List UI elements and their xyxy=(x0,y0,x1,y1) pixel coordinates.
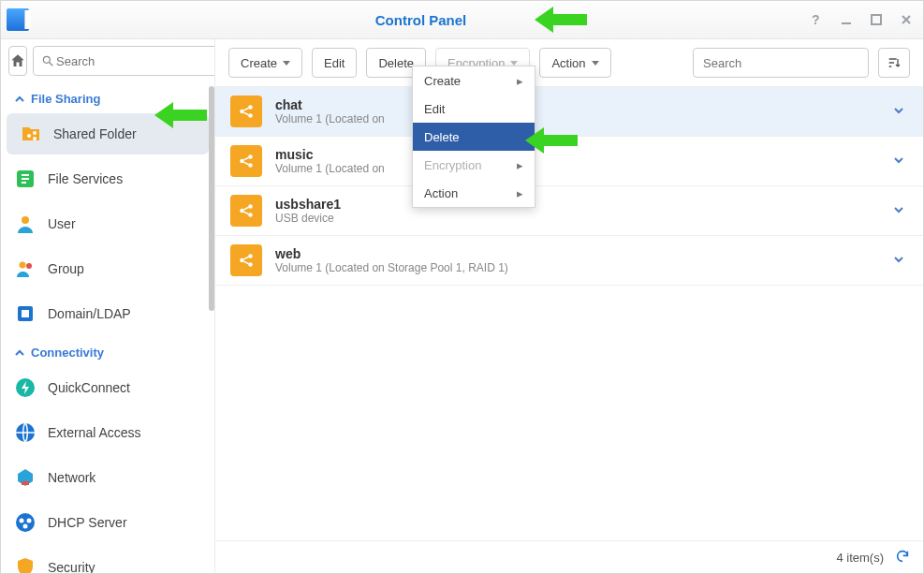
folder-subtitle: Volume 1 (Located on Storage Pool 1, RAI… xyxy=(275,261,889,274)
sidebar-item-shared-folder[interactable]: Shared Folder xyxy=(7,113,209,155)
toolbar-search[interactable] xyxy=(693,48,869,78)
svg-rect-16 xyxy=(22,481,29,485)
svg-point-22 xyxy=(248,105,253,110)
close-button[interactable] xyxy=(893,7,919,33)
globe-icon xyxy=(14,421,37,444)
sort-icon xyxy=(887,55,902,70)
sidebar-item-group[interactable]: Group xyxy=(1,246,214,291)
svg-point-6 xyxy=(33,131,37,135)
sidebar-search[interactable] xyxy=(33,46,215,76)
shared-folder-row[interactable]: musicVolume 1 (Located on xyxy=(215,137,923,186)
button-label: Delete xyxy=(378,56,414,70)
context-menu-delete[interactable]: Delete xyxy=(413,123,535,151)
folder-name: chat xyxy=(275,97,889,112)
create-button[interactable]: Create xyxy=(228,48,302,78)
chevron-down-icon[interactable] xyxy=(889,203,908,219)
svg-point-19 xyxy=(27,519,32,523)
button-label: Create xyxy=(241,56,277,70)
chevron-down-icon[interactable] xyxy=(889,154,908,169)
chevron-right-icon: ▸ xyxy=(517,74,523,88)
context-menu-edit[interactable]: Edit xyxy=(413,95,535,123)
sidebar-section-connectivity[interactable]: Connectivity xyxy=(1,336,214,365)
svg-point-11 xyxy=(26,263,32,269)
svg-point-3 xyxy=(43,56,50,63)
context-menu-label: Encryption xyxy=(424,158,481,172)
chevron-down-icon[interactable] xyxy=(889,104,908,120)
toolbar: Create Edit Delete Encryption Action xyxy=(215,39,923,87)
shared-folder-row[interactable]: chatVolume 1 (Located on xyxy=(215,87,923,137)
context-menu-action[interactable]: Action▸ xyxy=(413,179,535,207)
refresh-button[interactable] xyxy=(895,549,910,567)
svg-point-27 xyxy=(240,209,244,213)
sidebar-item-security[interactable]: Security xyxy=(1,545,214,573)
sidebar-item-label: Domain/LDAP xyxy=(48,306,131,321)
domain-icon xyxy=(14,302,37,325)
sidebar-item-label: Network xyxy=(48,470,95,485)
refresh-icon xyxy=(895,549,910,564)
sidebar-item-label: Shared Folder xyxy=(53,126,137,141)
action-button[interactable]: Action xyxy=(539,48,610,78)
maximize-button[interactable] xyxy=(863,7,889,33)
dhcp-icon xyxy=(14,511,37,534)
caret-down-icon xyxy=(283,61,290,66)
minimize-button[interactable] xyxy=(833,7,859,33)
sidebar-item-domain-ldap[interactable]: Domain/LDAP xyxy=(1,291,214,336)
svg-text:?: ? xyxy=(812,12,820,27)
chevron-up-icon xyxy=(14,347,25,359)
sidebar: File Sharing Shared Folder File Services… xyxy=(1,39,215,573)
statusbar: 4 item(s) xyxy=(215,540,923,573)
file-services-icon xyxy=(14,168,37,190)
svg-point-9 xyxy=(22,216,29,224)
folder-icon xyxy=(20,123,42,145)
toolbar-search-input[interactable] xyxy=(701,55,862,71)
sidebar-section-file-sharing[interactable]: File Sharing xyxy=(1,82,214,111)
chevron-down-icon[interactable] xyxy=(889,253,908,269)
shield-icon xyxy=(14,556,37,573)
sidebar-item-file-services[interactable]: File Services xyxy=(1,156,214,201)
sidebar-item-quickconnect[interactable]: QuickConnect xyxy=(1,365,214,410)
svg-point-10 xyxy=(20,262,26,269)
svg-point-20 xyxy=(23,524,28,529)
svg-point-24 xyxy=(240,159,244,164)
sort-button[interactable] xyxy=(878,48,910,78)
sidebar-item-external-access[interactable]: External Access xyxy=(1,410,214,455)
share-icon xyxy=(230,244,262,276)
app-icon xyxy=(7,8,29,31)
folder-subtitle: Volume 1 (Located on xyxy=(275,162,889,175)
group-icon xyxy=(14,258,37,280)
sidebar-search-input[interactable] xyxy=(54,53,215,69)
quickconnect-icon xyxy=(14,376,37,399)
sidebar-item-network[interactable]: Network xyxy=(1,455,214,500)
svg-point-29 xyxy=(248,213,253,217)
item-count: 4 item(s) xyxy=(836,551,884,565)
sidebar-item-dhcp[interactable]: DHCP Server xyxy=(1,500,214,545)
svg-rect-2 xyxy=(872,15,881,24)
context-menu-label: Delete xyxy=(424,130,460,144)
home-button[interactable] xyxy=(8,46,27,76)
shared-folder-row[interactable]: usbshare1USB device xyxy=(215,186,923,236)
svg-point-26 xyxy=(248,163,253,168)
svg-point-7 xyxy=(33,137,37,140)
chevron-up-icon xyxy=(14,94,25,105)
context-menu: Create▸EditDeleteEncryption▸Action▸ xyxy=(412,66,535,208)
sidebar-item-user[interactable]: User xyxy=(1,201,214,246)
caret-down-icon xyxy=(592,61,599,66)
network-icon xyxy=(14,466,37,489)
share-icon xyxy=(230,195,262,227)
shared-folder-row[interactable]: webVolume 1 (Located on Storage Pool 1, … xyxy=(215,236,923,286)
sidebar-item-label: QuickConnect xyxy=(48,380,130,395)
sidebar-item-label: User xyxy=(48,216,76,231)
svg-point-25 xyxy=(248,155,253,159)
sidebar-section-label: Connectivity xyxy=(31,346,104,360)
svg-point-28 xyxy=(248,204,253,209)
folder-name: usbshare1 xyxy=(275,197,889,212)
folder-subtitle: USB device xyxy=(275,212,889,225)
svg-point-32 xyxy=(248,262,253,267)
sidebar-item-label: External Access xyxy=(48,425,141,440)
sidebar-scrollbar[interactable] xyxy=(209,86,214,311)
sidebar-item-label: Group xyxy=(48,261,84,276)
context-menu-create[interactable]: Create▸ xyxy=(413,66,535,95)
edit-button[interactable]: Edit xyxy=(312,48,357,78)
folder-name: web xyxy=(275,246,889,261)
help-button[interactable]: ? xyxy=(803,7,829,33)
